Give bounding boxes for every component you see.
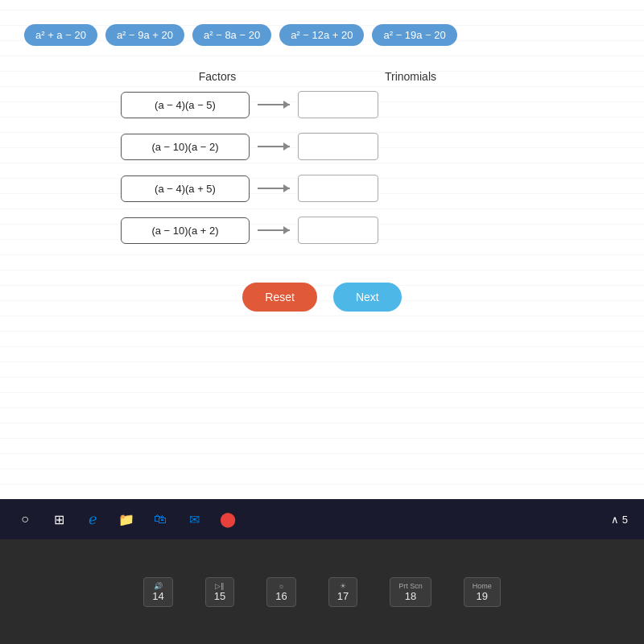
arrow-row1	[258, 104, 290, 105]
reset-button[interactable]: Reset	[242, 283, 317, 312]
brightness-up-key[interactable]: ☀ 17	[328, 577, 357, 607]
column-headers: Factors Trinomials	[121, 70, 523, 83]
matching-section: Factors Trinomials (a − 4)(a − 5)(a − 10…	[24, 70, 620, 258]
keyboard-area: 🔊 14 ▷‖ 15 ☼ 16 ☀ 17 Prt Scn 18 Home 19	[0, 539, 644, 644]
brightness-down-key[interactable]: ☼ 16	[266, 577, 295, 607]
arrow-row4	[258, 229, 290, 231]
drop-box-row4[interactable]	[298, 217, 378, 244]
match-rows-container: (a − 4)(a − 5)(a − 10)(a − 2)(a − 4)(a +…	[121, 91, 523, 258]
drop-box-row2[interactable]	[298, 133, 378, 160]
arrow-row3	[258, 188, 290, 189]
match-row-row3: (a − 4)(a + 5)	[121, 175, 523, 202]
drop-box-row3[interactable]	[298, 175, 378, 202]
edge-icon[interactable]: ℯ	[84, 510, 101, 528]
trinomial-chip-chip4[interactable]: a² − 12a + 20	[279, 24, 364, 46]
chrome-icon[interactable]: ⬤	[219, 510, 237, 528]
prtscn-key[interactable]: Prt Scn 18	[390, 577, 431, 607]
store-icon[interactable]: 🛍	[151, 510, 169, 528]
start-icon[interactable]: ○	[16, 510, 34, 528]
factor-box-row2: (a − 10)(a − 2)	[121, 134, 250, 160]
trinomial-chip-chip5[interactable]: a² − 19a − 20	[372, 24, 456, 46]
drop-box-row1[interactable]	[298, 91, 378, 118]
taskbar: ○ ⊞ ℯ 📁 🛍 ✉ ⬤ ∧ 5	[0, 499, 644, 539]
task-view-icon[interactable]: ⊞	[50, 510, 68, 528]
factor-box-row4: (a − 10)(a + 2)	[121, 217, 250, 244]
time-display: ∧ 5	[611, 514, 628, 526]
home-key[interactable]: Home 19	[464, 577, 501, 607]
trinomial-chip-chip1[interactable]: a² + a − 20	[24, 24, 97, 46]
play-key[interactable]: ▷‖ 15	[205, 577, 234, 607]
volume-key[interactable]: 🔊 14	[143, 577, 172, 607]
trinomial-chip-chip3[interactable]: a² − 8a − 20	[192, 24, 271, 46]
trinomials-header: Trinomials	[346, 70, 475, 83]
factors-header: Factors	[137, 70, 298, 83]
trinomial-chip-chip2[interactable]: a² − 9a + 20	[105, 24, 184, 46]
match-row-row4: (a − 10)(a + 2)	[121, 217, 523, 244]
factor-box-row1: (a − 4)(a − 5)	[121, 92, 250, 118]
mail-icon[interactable]: ✉	[185, 510, 203, 528]
match-row-row1: (a − 4)(a − 5)	[121, 91, 523, 118]
arrow-row2	[258, 146, 290, 147]
next-button[interactable]: Next	[333, 283, 402, 312]
folder-icon[interactable]: 📁	[118, 510, 135, 528]
trinomial-chips-area: a² + a − 20a² − 9a + 20a² − 8a − 20a² − …	[24, 16, 620, 62]
buttons-row: Reset Next	[24, 283, 620, 312]
match-row-row2: (a − 10)(a − 2)	[121, 133, 523, 160]
factor-box-row3: (a − 4)(a + 5)	[121, 175, 250, 202]
